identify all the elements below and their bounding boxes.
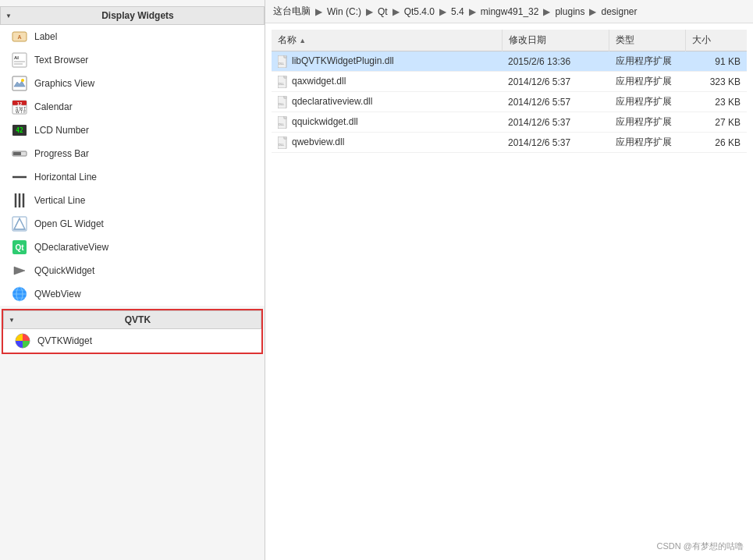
- widget-hline-text: Horizontal Line: [34, 172, 97, 183]
- widget-item-label[interactable]: A Label: [0, 25, 265, 48]
- opengl-icon: [11, 215, 28, 232]
- qdeclarative-icon: Qt: [11, 239, 28, 256]
- table-row[interactable]: DLL libQVTKWidgetPlugin.dll 2015/2/6 13:…: [272, 51, 747, 72]
- widget-lcdnumber-text: LCD Number: [34, 125, 89, 136]
- breadcrumb-sep-0: ▶: [315, 6, 322, 17]
- label-icon: A: [11, 28, 28, 45]
- table-row[interactable]: DLL qaxwidget.dll 2014/12/6 5:37 应用程序扩展 …: [272, 72, 747, 92]
- file-name: DLL qdeclarativeview.dll: [272, 92, 502, 112]
- file-type: 应用程序扩展: [609, 92, 686, 112]
- svg-text:DLL: DLL: [279, 122, 285, 126]
- file-size: 23 KB: [685, 92, 747, 112]
- sort-arrow-name: ▲: [299, 37, 306, 44]
- widget-qvtkwidget-text: QVTKWidget: [37, 335, 92, 346]
- vline-icon: [11, 192, 28, 209]
- widget-opengl-text: Open GL Widget: [34, 218, 104, 229]
- qquick-icon: [11, 262, 28, 279]
- file-name: DLL libQVTKWidgetPlugin.dll: [272, 51, 502, 72]
- svg-text:DLL: DLL: [279, 82, 285, 86]
- file-date: 2014/12/6 5:37: [502, 112, 609, 133]
- file-name: DLL qquickwidget.dll: [272, 112, 502, 133]
- breadcrumb-item-2[interactable]: Qt: [378, 6, 388, 17]
- widget-item-qquick[interactable]: QQuickWidget: [0, 259, 265, 282]
- svg-text:AI: AI: [14, 55, 19, 60]
- graphicsview-icon: [11, 75, 28, 92]
- svg-rect-17: [13, 152, 21, 155]
- breadcrumb: 这台电脑 ▶ Win (C:) ▶ Qt ▶ Qt5.4.0 ▶ 5.4 ▶ m…: [265, 0, 753, 23]
- widget-item-qwebview[interactable]: QWebView: [0, 282, 265, 306]
- file-size: 91 KB: [685, 51, 747, 72]
- breadcrumb-sep-4: ▶: [469, 6, 476, 17]
- svg-rect-40: [284, 76, 286, 78]
- widget-item-opengl[interactable]: Open GL Widget: [0, 212, 265, 236]
- breadcrumb-sep-1: ▶: [366, 6, 373, 17]
- file-date: 2014/12/6 5:37: [502, 133, 609, 153]
- display-widgets-header[interactable]: ▼ Display Widgets: [0, 6, 265, 25]
- main-container: ▼ Display Widgets A Label AI: [0, 0, 753, 560]
- svg-text:DLL: DLL: [279, 143, 285, 147]
- col-header-type[interactable]: 类型: [609, 30, 686, 51]
- lcdnumber-icon: 42: [11, 122, 28, 139]
- file-type: 应用程序扩展: [609, 112, 686, 133]
- file-date: 2015/2/6 13:36: [502, 51, 609, 72]
- widget-qdeclarative-text: QDeclarativeView: [34, 242, 108, 253]
- breadcrumb-item-7[interactable]: designer: [601, 6, 637, 17]
- widget-item-vline[interactable]: Vertical Line: [0, 189, 265, 212]
- widget-item-textbrowser[interactable]: AI Text Browser: [0, 48, 265, 72]
- svg-text:Qt: Qt: [15, 243, 24, 252]
- widget-item-hline[interactable]: Horizontal Line: [0, 165, 265, 189]
- file-size: 26 KB: [685, 133, 747, 153]
- file-size: 27 KB: [685, 112, 747, 133]
- svg-text:A: A: [17, 34, 21, 40]
- breadcrumb-item-0[interactable]: 这台电脑: [273, 5, 311, 18]
- file-date: 2014/12/6 5:37: [502, 72, 609, 92]
- collapse-triangle-display: ▼: [5, 12, 12, 19]
- file-table: 名称 ▲ 修改日期 类型 大小 DLL libQVTKWidgetPlugin.…: [272, 30, 747, 153]
- file-name: DLL qwebview.dll: [272, 133, 502, 153]
- widget-item-calendar[interactable]: 12 S M T W T F S Calendar: [0, 95, 265, 119]
- svg-rect-36: [284, 55, 286, 58]
- svg-rect-44: [284, 96, 286, 98]
- svg-rect-52: [284, 136, 286, 139]
- svg-text:42: 42: [16, 127, 23, 134]
- qvtk-label: QVTK: [20, 314, 256, 325]
- widget-item-progressbar[interactable]: Progress Bar: [0, 142, 265, 165]
- widget-vline-text: Vertical Line: [34, 195, 85, 206]
- breadcrumb-sep-6: ▶: [589, 6, 596, 17]
- file-date: 2014/12/6 5:57: [502, 92, 609, 112]
- hline-icon: [11, 168, 28, 186]
- svg-rect-6: [12, 76, 27, 90]
- svg-text:W T F S: W T F S: [16, 109, 27, 114]
- widget-item-qvtkwidget[interactable]: QVTKWidget: [3, 329, 261, 353]
- col-header-date[interactable]: 修改日期: [502, 30, 609, 51]
- col-header-size[interactable]: 大小: [685, 30, 747, 51]
- file-type: 应用程序扩展: [609, 72, 686, 92]
- breadcrumb-item-3[interactable]: Qt5.4.0: [404, 6, 435, 17]
- breadcrumb-item-1[interactable]: Win (C:): [327, 6, 361, 17]
- widget-label-text: Label: [34, 31, 57, 42]
- widget-item-graphicsview[interactable]: Graphics View: [0, 72, 265, 95]
- display-widgets-label: Display Widgets: [16, 10, 259, 21]
- file-type: 应用程序扩展: [609, 51, 686, 72]
- qvtkwidget-icon: [14, 332, 31, 349]
- watermark: CSDN @有梦想的咕噜: [657, 541, 744, 552]
- breadcrumb-sep-3: ▶: [439, 6, 446, 17]
- table-row[interactable]: DLL qquickwidget.dll 2014/12/6 5:37 应用程序…: [272, 112, 747, 133]
- file-type: 应用程序扩展: [609, 133, 686, 153]
- breadcrumb-item-4[interactable]: 5.4: [451, 6, 464, 17]
- breadcrumb-item-6[interactable]: plugins: [555, 6, 584, 17]
- svg-marker-27: [14, 267, 25, 275]
- widget-calendar-text: Calendar: [34, 101, 73, 112]
- widget-item-lcdnumber[interactable]: 42 LCD Number: [0, 119, 265, 142]
- col-header-name[interactable]: 名称 ▲: [272, 30, 502, 51]
- left-panel: ▼ Display Widgets A Label AI: [0, 0, 265, 560]
- collapse-triangle-qvtk: ▼: [9, 317, 15, 324]
- file-table-container: 名称 ▲ 修改日期 类型 大小 DLL libQVTKWidgetPlugin.…: [265, 23, 753, 560]
- widget-qquick-text: QQuickWidget: [34, 265, 94, 276]
- svg-text:DLL: DLL: [279, 102, 285, 106]
- breadcrumb-item-5[interactable]: mingw491_32: [481, 6, 539, 17]
- widget-item-qdeclarative[interactable]: Qt QDeclarativeView: [0, 236, 265, 259]
- qvtk-header[interactable]: ▼ QVTK: [3, 310, 261, 329]
- table-row[interactable]: DLL qwebview.dll 2014/12/6 5:37 应用程序扩展 2…: [272, 133, 747, 153]
- table-row[interactable]: DLL qdeclarativeview.dll 2014/12/6 5:57 …: [272, 92, 747, 112]
